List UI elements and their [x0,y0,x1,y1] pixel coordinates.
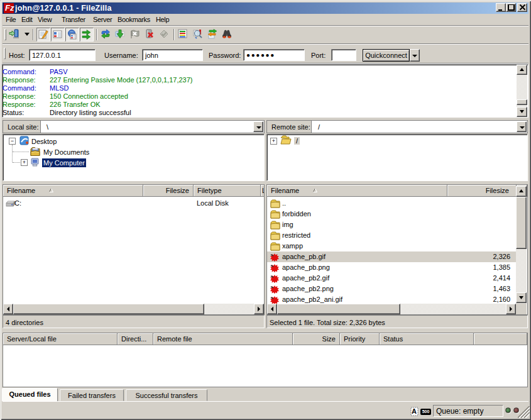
svg-text:A: A [412,407,417,415]
